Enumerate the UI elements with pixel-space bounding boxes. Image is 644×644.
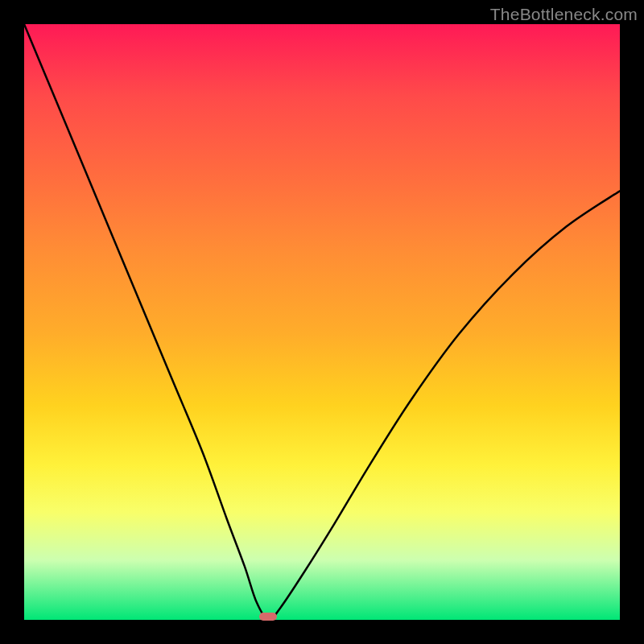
plot-area: [24, 24, 620, 620]
watermark-text: TheBottleneck.com: [490, 5, 638, 24]
chart-frame: TheBottleneck.com: [0, 0, 644, 644]
minimum-marker: [259, 613, 277, 621]
bottleneck-curve: [24, 24, 620, 620]
